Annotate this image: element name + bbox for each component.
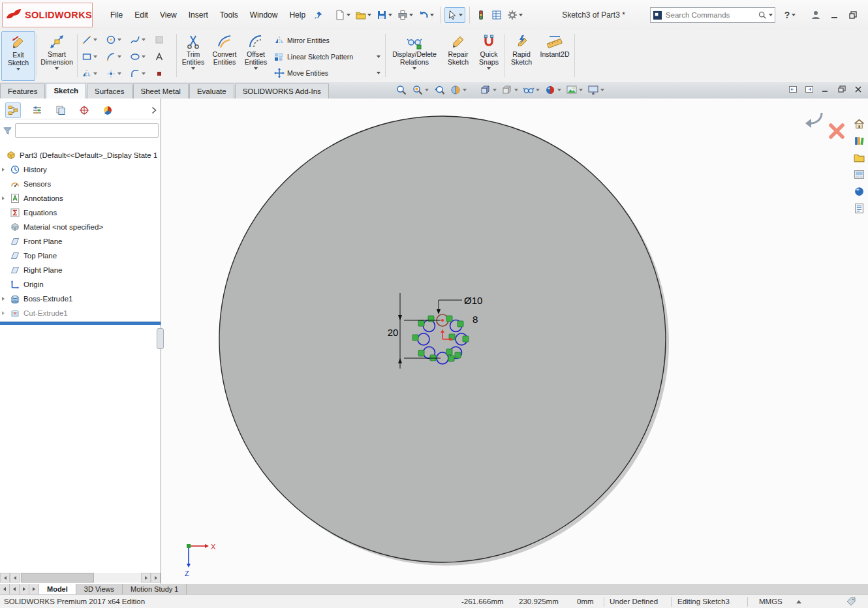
status-options-icon[interactable]: [846, 596, 856, 607]
login-icon[interactable]: [811, 10, 821, 20]
expand-arrow-icon[interactable]: [0, 196, 7, 200]
cancel-sketch-icon[interactable]: [831, 125, 843, 137]
dimxpert-manager-tab-icon[interactable]: [77, 103, 91, 117]
repair-sketch-button[interactable]: Repair Sketch: [442, 31, 474, 80]
rapid-sketch-button[interactable]: Rapid Sketch: [506, 31, 536, 80]
design-library-icon[interactable]: [852, 134, 866, 147]
tree-item-origin[interactable]: Origin: [0, 277, 161, 292]
dim-spacing-text[interactable]: 20: [388, 327, 399, 338]
unit-system-dropdown-icon[interactable]: [796, 600, 801, 603]
tab-solidworks-add-ins[interactable]: SOLIDWORKS Add-Ins: [235, 84, 329, 99]
menu-tools[interactable]: Tools: [214, 7, 244, 23]
display-manager-tab-icon[interactable]: [101, 103, 115, 117]
point-tool-button[interactable]: [105, 68, 122, 80]
display-delete-relations-dropdown-icon[interactable]: [412, 67, 416, 70]
trim-entities-button[interactable]: Trim Entities: [179, 31, 208, 80]
construction-tool-button[interactable]: [153, 34, 165, 46]
rectangle-tool-button[interactable]: [81, 51, 98, 63]
spline-tool-button[interactable]: [129, 34, 146, 46]
dim-diameter-text[interactable]: Ø10: [464, 295, 482, 306]
menu-edit[interactable]: Edit: [129, 7, 154, 23]
zoom-to-area-icon[interactable]: [412, 84, 429, 96]
configuration-manager-tab-icon[interactable]: [54, 103, 68, 117]
hide-show-items-icon[interactable]: [523, 84, 540, 96]
search-input[interactable]: [664, 10, 756, 20]
dimensioned-circle-center[interactable]: [441, 319, 444, 322]
offset-entities-button[interactable]: Offset Entities: [241, 31, 270, 80]
expand-arrow-icon[interactable]: [0, 297, 7, 301]
tree-item-sensors[interactable]: Sensors: [0, 177, 161, 191]
tree-item-annotations[interactable]: Annotations: [0, 191, 161, 205]
document-close-icon[interactable]: [854, 85, 863, 94]
part-face-circle[interactable]: [219, 116, 669, 566]
scroll-left-icon[interactable]: [0, 573, 10, 583]
tab-sketch[interactable]: Sketch: [46, 83, 86, 99]
document-restore-icon[interactable]: [837, 85, 846, 94]
graphics-viewport[interactable]: 20 Ø10 8 X Z: [161, 99, 868, 584]
tab-scroll-first-icon[interactable]: [0, 584, 10, 594]
apply-scene-icon[interactable]: [566, 84, 583, 96]
tree-item-front-plane[interactable]: Front Plane: [0, 234, 161, 249]
mirror-entities-button[interactable]: Mirror Entities: [274, 35, 382, 46]
display-style-icon[interactable]: [501, 84, 518, 96]
view-orientation-icon[interactable]: [480, 84, 497, 96]
minimize-icon[interactable]: [830, 10, 839, 20]
custom-properties-icon[interactable]: [852, 202, 866, 215]
tree-item-top-plane[interactable]: Top Plane: [0, 249, 161, 263]
unit-system-selector[interactable]: MMGS: [759, 595, 783, 608]
exit-sketch-dropdown-icon[interactable]: [16, 68, 20, 70]
tree-item-material[interactable]: Material <not specified>: [0, 220, 161, 234]
offset-entities-dropdown-icon[interactable]: [254, 67, 258, 70]
scroll-right-icon[interactable]: [141, 573, 151, 583]
menu-insert[interactable]: Insert: [183, 7, 214, 23]
linear-sketch-pattern-button[interactable]: Linear Sketch Pattern: [274, 52, 382, 62]
scroll-thumb[interactable]: [21, 573, 94, 583]
menu-view[interactable]: View: [154, 7, 183, 23]
save-button[interactable]: [375, 8, 394, 22]
filter-input[interactable]: [15, 123, 159, 138]
tab-surfaces[interactable]: Surfaces: [87, 84, 132, 99]
tab-sheet-metal[interactable]: Sheet Metal: [133, 84, 189, 99]
help-dropdown-icon[interactable]: [792, 14, 796, 16]
tab-scroll-next-icon[interactable]: [20, 584, 29, 594]
file-properties-button[interactable]: [489, 8, 504, 22]
convert-entities-button[interactable]: Convert Entities: [209, 31, 240, 80]
help-icon[interactable]: ?: [784, 10, 790, 20]
zoom-to-fit-icon[interactable]: [395, 84, 407, 96]
smart-dimension-button[interactable]: Smart Dimension: [39, 31, 74, 80]
dim-count-text[interactable]: 8: [473, 314, 478, 325]
trim-entities-dropdown-icon[interactable]: [191, 67, 195, 70]
new-document-button[interactable]: [333, 8, 352, 22]
fillet-tool-button[interactable]: [129, 68, 146, 80]
tree-item-equations[interactable]: Equations: [0, 205, 161, 220]
edit-appearance-icon[interactable]: [544, 84, 561, 96]
tab-features[interactable]: Features: [0, 84, 45, 99]
view-palette-icon[interactable]: [852, 168, 866, 181]
options-button[interactable]: [505, 8, 525, 22]
tab-model[interactable]: Model: [39, 584, 76, 594]
text-tool-button[interactable]: [153, 51, 165, 63]
linear-pattern-dropdown-icon[interactable]: [377, 55, 380, 58]
search-icon[interactable]: [758, 10, 767, 20]
tab-scroll-prev-icon[interactable]: [10, 584, 20, 594]
scroll-left-icon[interactable]: [10, 573, 20, 583]
move-entities-dropdown-icon[interactable]: [377, 72, 380, 74]
tab-motion-study-1[interactable]: Motion Study 1: [123, 584, 187, 594]
rebuild-button[interactable]: [474, 8, 488, 22]
confirm-exit-sketch-arrowhead[interactable]: [805, 119, 811, 128]
tab-evaluate[interactable]: Evaluate: [189, 84, 234, 99]
instant2d-button[interactable]: Instant2D: [538, 31, 572, 80]
construction-geometry-tool-button[interactable]: [153, 68, 165, 80]
move-entities-button[interactable]: Move Entities: [274, 68, 382, 78]
split-pane-left-icon[interactable]: [788, 85, 798, 94]
tab-scroll-last-icon[interactable]: [29, 584, 39, 594]
tree-item-part-root[interactable]: Part3 (Default<<Default>_Display State 1: [0, 148, 161, 162]
expand-arrow-icon[interactable]: [0, 168, 7, 172]
pin-menu-icon[interactable]: [312, 7, 325, 23]
split-pane-right-icon[interactable]: [805, 85, 814, 94]
tree-item-cut-extrude1[interactable]: Cut-Extrude1: [0, 306, 161, 320]
quick-snaps-dropdown-icon[interactable]: [487, 67, 491, 70]
view-settings-icon[interactable]: [587, 84, 604, 96]
smart-dimension-dropdown-icon[interactable]: [55, 67, 59, 70]
menu-window[interactable]: Window: [244, 7, 284, 23]
